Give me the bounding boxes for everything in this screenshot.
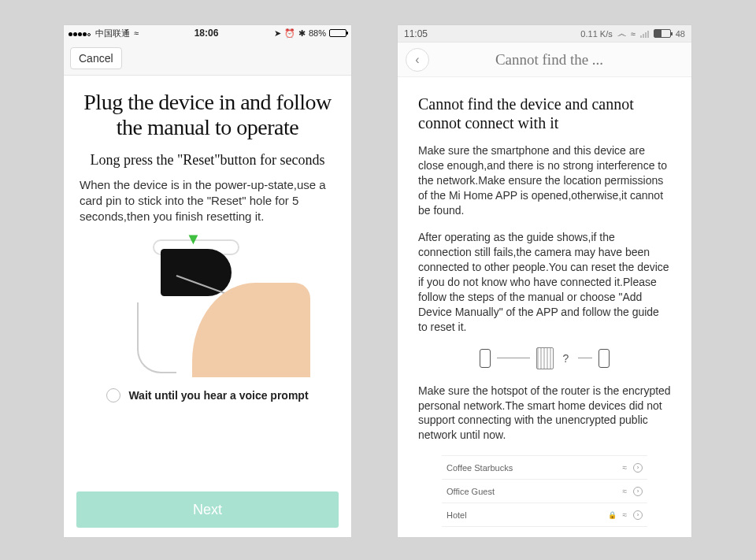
wifi-icon: ≈ [623, 510, 628, 519]
chevron-right-icon: › [633, 510, 643, 520]
radio-icon[interactable] [106, 388, 120, 402]
cancel-button[interactable]: Cancel [70, 47, 122, 69]
help-para-3: Make sure the hotspot of the router is t… [418, 384, 671, 443]
battery-icon [654, 29, 671, 38]
phone-screenshot-right: 11:05 0.11 K/s ෴ ≈ 48 ‹ Cannot find the … [398, 25, 691, 537]
help-title: Cannot find the device and cannot connot… [418, 95, 671, 132]
voice-prompt-option[interactable]: Wait until you hear a voice prompt [80, 388, 335, 402]
signal-icon [640, 30, 649, 38]
wifi-name: Coffee Starbucks [447, 463, 513, 473]
status-time: 11:05 [404, 28, 428, 39]
help-para-1: Make sure the smartphone and this device… [418, 143, 671, 217]
router-icon [536, 347, 554, 369]
lock-icon: 🔒 [608, 511, 617, 519]
alarm-icon: ⏰ [284, 28, 295, 39]
ios-nav-bar: Cancel [64, 41, 351, 76]
wifi-name: Office Guest [447, 487, 495, 496]
signal-dots-icon [69, 28, 91, 39]
net-speed: 0.11 K/s [580, 29, 612, 39]
help-para-2: After operating as the guide shows,if th… [418, 230, 671, 334]
chevron-left-icon: ‹ [415, 53, 419, 67]
main-content-left: Plug the device in and follow the manual… [64, 76, 351, 402]
wifi-icon: ≈ [631, 29, 636, 39]
wifi-icon: ≈ [623, 487, 628, 495]
wifi-item[interactable]: Office Guest ≈› [442, 480, 647, 503]
connection-diagram: ? [418, 347, 671, 369]
wifi-icon: ≈ [134, 28, 139, 38]
chevron-right-icon: › [633, 487, 643, 496]
battery-icon [329, 29, 346, 37]
chevron-right-icon: › [633, 463, 643, 473]
next-button[interactable]: Next [76, 491, 339, 528]
battery-pct: 88% [309, 28, 326, 38]
radio-label: Wait until you hear a voice prompt [128, 389, 308, 402]
android-status-bar: 11:05 0.11 K/s ෴ ≈ 48 [398, 25, 691, 43]
page-subtitle: Long press the "Reset"button for seconds [80, 151, 335, 169]
wifi-list: Coffee Starbucks ≈› Office Guest ≈› Hote… [442, 455, 647, 527]
battery-num: 48 [676, 29, 685, 39]
question-icon: ? [560, 352, 573, 365]
ios-status-bar: 中国联通 ≈ 18:06 ➤ ⏰ ✱ 88% [64, 25, 351, 41]
phone-icon [598, 349, 610, 368]
android-nav-bar: ‹ Cannot find the ... [398, 43, 691, 77]
main-content-right: Cannot find the device and cannot connot… [398, 77, 691, 527]
location-icon: ➤ [274, 28, 281, 39]
wifi-item[interactable]: Hotel 🔒≈› [442, 503, 647, 527]
status-time: 18:06 [195, 28, 219, 39]
bluetooth-icon: ✱ [298, 28, 306, 39]
instruction-body: When the device is in the power-up-state… [80, 177, 335, 225]
carrier-label: 中国联通 [95, 28, 130, 39]
page-title: Plug the device in and follow the manual… [80, 90, 335, 140]
phone-screenshot-left: 中国联通 ≈ 18:06 ➤ ⏰ ✱ 88% Cancel Plug the d… [64, 25, 351, 537]
reset-illustration: ▼ [106, 232, 310, 377]
bluetooth-icon: ෴ [617, 28, 626, 39]
wifi-icon: ≈ [623, 463, 628, 472]
arrow-down-icon: ▼ [186, 230, 202, 248]
nav-title: Cannot find the ... [439, 51, 684, 69]
back-button[interactable]: ‹ [406, 48, 429, 72]
phone-icon [480, 349, 491, 368]
wifi-name: Hotel [447, 510, 467, 520]
wifi-item[interactable]: Coffee Starbucks ≈› [442, 456, 647, 480]
